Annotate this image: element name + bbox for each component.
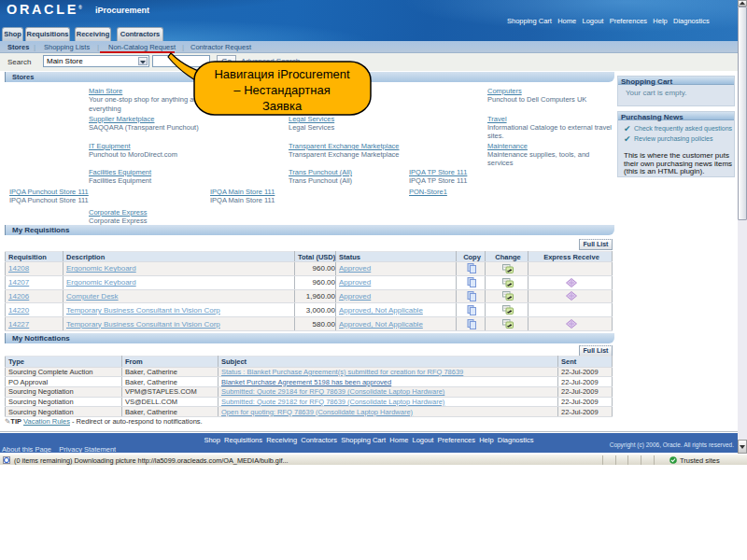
svg-text:– Нестандартная: – Нестандартная [233, 83, 330, 97]
svg-text:Навигация iProcurement: Навигация iProcurement [214, 67, 350, 81]
svg-text:Заявка: Заявка [262, 99, 303, 113]
